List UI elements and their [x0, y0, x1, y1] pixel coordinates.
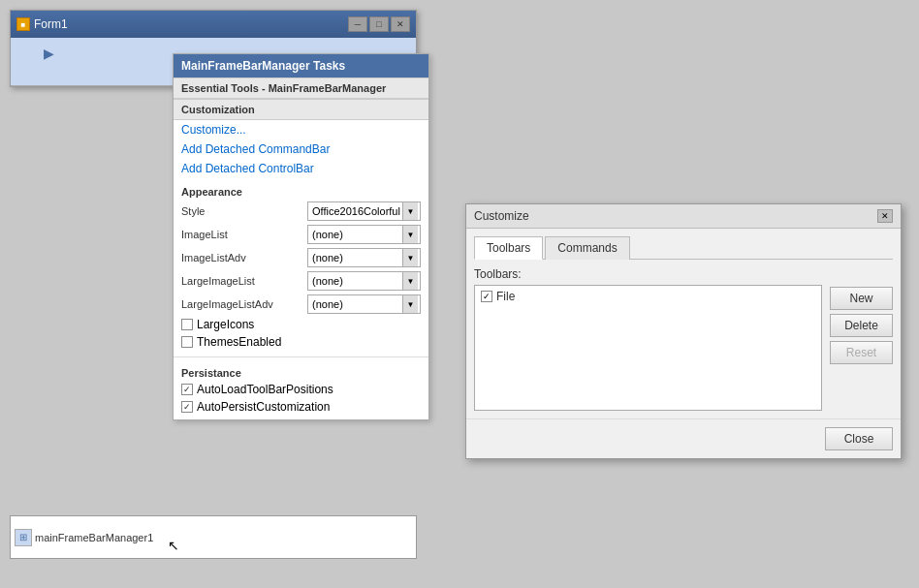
close-button[interactable]: Close: [825, 427, 893, 450]
tasks-header: MainFrameBarManager Tasks: [174, 54, 428, 77]
toolbar-item-file: ✓ File: [477, 288, 819, 305]
largeimagelist-row: LargeImageList (none) ▼: [181, 269, 421, 293]
dialog-title: Customize: [474, 209, 529, 223]
form-title-left: ■ Form1: [16, 17, 68, 31]
file-label: File: [496, 290, 515, 303]
component-label: mainFrameBarManager1: [35, 532, 153, 543]
imagelistadv-arrow: ▼: [402, 249, 418, 266]
style-select[interactable]: Office2016Colorful ▼: [307, 201, 421, 221]
form-icon: ■: [16, 17, 30, 31]
imagelist-label: ImageList: [181, 229, 307, 240]
imagelistadv-select[interactable]: (none) ▼: [307, 248, 421, 267]
component-tray: ⊞ mainFrameBarManager1: [10, 515, 417, 559]
largeicons-checkbox[interactable]: [181, 319, 193, 330]
dialog-content: ✓ File New Delete Reset: [474, 285, 893, 411]
largeimaglistadv-select[interactable]: (none) ▼: [307, 294, 421, 314]
largeimagelist-value: (none): [312, 275, 343, 287]
autoload-row: ✓ AutoLoadToolBarPositions: [181, 381, 421, 398]
imagelist-select[interactable]: (none) ▼: [307, 225, 421, 244]
largeimaglistadv-arrow: ▼: [402, 295, 418, 313]
toolbars-label: Toolbars:: [474, 267, 893, 281]
imagelistadv-label: ImageListAdv: [181, 252, 307, 263]
imagelist-arrow: ▼: [402, 226, 418, 243]
tab-bar: Toolbars Commands: [474, 236, 893, 260]
largeicons-row: LargeIcons: [181, 316, 421, 333]
chevron-indicator: ▶: [44, 46, 54, 61]
maximize-button[interactable]: □: [369, 16, 389, 32]
form-title: Form1: [34, 17, 68, 31]
dialog-body: Toolbars Commands Toolbars: ✓ File New D…: [466, 229, 901, 418]
component-item-mainframebarmanager[interactable]: ⊞ mainFrameBarManager1: [15, 529, 153, 546]
largeimaglistadv-value: (none): [312, 298, 343, 310]
dialog-action-buttons: New Delete Reset: [830, 285, 893, 411]
component-icon: ⊞: [15, 529, 32, 546]
appearance-section: Appearance Style Office2016Colorful ▼ Im…: [174, 178, 428, 355]
customize-link[interactable]: Customize...: [174, 120, 428, 139]
tasks-panel: MainFrameBarManager Tasks Essential Tool…: [173, 53, 429, 420]
appearance-label: Appearance: [181, 182, 421, 200]
toolbars-list: ✓ File: [474, 285, 822, 411]
new-button[interactable]: New: [830, 287, 893, 310]
dialog-titlebar: Customize ✕: [466, 204, 901, 229]
themesenabled-row: ThemesEnabled: [181, 333, 421, 351]
imagelistadv-row: ImageListAdv (none) ▼: [181, 246, 421, 269]
reset-button[interactable]: Reset: [830, 341, 893, 364]
style-row: Style Office2016Colorful ▼: [181, 200, 421, 223]
minimize-button[interactable]: ─: [348, 16, 367, 32]
largeimagelist-label: LargeImageList: [181, 275, 307, 287]
autoload-checkbox[interactable]: ✓: [181, 384, 193, 395]
persistance-label: Persistance: [181, 363, 421, 381]
file-checkbox[interactable]: ✓: [481, 291, 492, 302]
imagelist-value: (none): [312, 229, 343, 240]
window-controls: ─ □ ✕: [348, 16, 410, 32]
customize-dialog: Customize ✕ Toolbars Commands Toolbars: …: [465, 203, 902, 459]
cursor: ↖: [168, 538, 179, 553]
dialog-footer: Close: [466, 418, 901, 458]
tab-commands[interactable]: Commands: [545, 236, 629, 260]
style-value: Office2016Colorful: [312, 205, 400, 217]
persistance-section: Persistance ✓ AutoLoadToolBarPositions ✓…: [174, 359, 428, 419]
largeimagelist-arrow: ▼: [402, 272, 418, 290]
add-controlbar-link[interactable]: Add Detached ControlBar: [174, 159, 428, 178]
autopersist-checkbox[interactable]: ✓: [181, 401, 193, 413]
style-arrow: ▼: [402, 202, 418, 220]
dialog-close-icon[interactable]: ✕: [877, 209, 893, 223]
largeimaglistadv-label: LargeImageListAdv: [181, 298, 307, 310]
customization-section-title: Customization: [174, 99, 428, 120]
close-button[interactable]: ✕: [391, 16, 410, 32]
add-commandbar-link[interactable]: Add Detached CommandBar: [174, 139, 428, 159]
delete-button[interactable]: Delete: [830, 314, 893, 337]
autopersist-row: ✓ AutoPersistCustomization: [181, 398, 421, 416]
largeicons-label: LargeIcons: [197, 318, 254, 331]
themesenabled-label: ThemesEnabled: [197, 335, 281, 349]
largeimaglistadv-row: LargeImageListAdv (none) ▼: [181, 293, 421, 316]
imagelist-row: ImageList (none) ▼: [181, 223, 421, 246]
essential-section-title: Essential Tools - MainFrameBarManager: [174, 77, 428, 99]
largeimagelist-select[interactable]: (none) ▼: [307, 271, 421, 291]
divider: [174, 356, 428, 357]
form-titlebar: ■ Form1 ─ □ ✕: [11, 11, 416, 38]
autopersist-label: AutoPersistCustomization: [197, 400, 330, 414]
autoload-label: AutoLoadToolBarPositions: [197, 383, 333, 396]
themesenabled-checkbox[interactable]: [181, 336, 193, 348]
style-label: Style: [181, 205, 307, 217]
tab-toolbars[interactable]: Toolbars: [474, 236, 543, 260]
imagelistadv-value: (none): [312, 252, 343, 263]
